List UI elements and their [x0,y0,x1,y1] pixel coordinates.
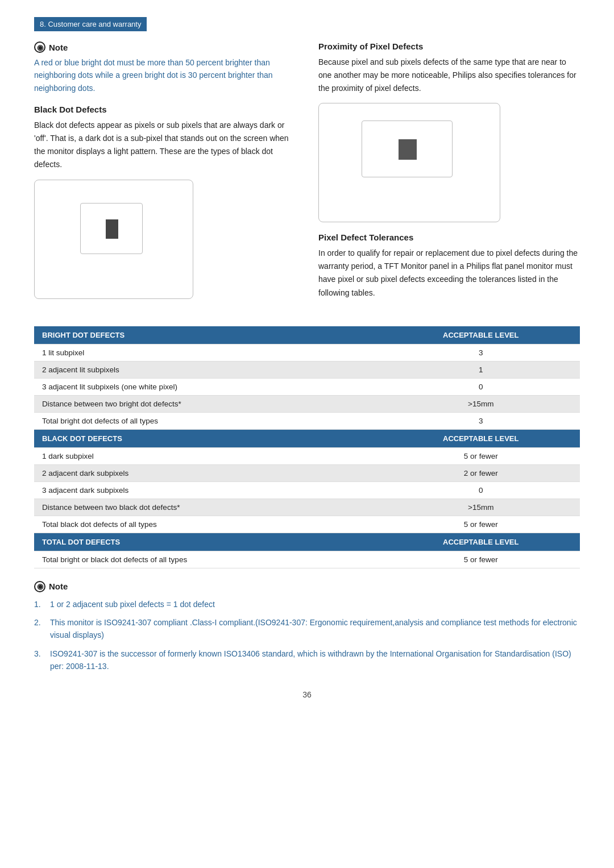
left-diagram [34,180,193,299]
list-item-text-1: 1 or 2 adjacent sub pixel defects = 1 do… [50,598,215,610]
bright-row-1-label: 1 lit subpixel [34,344,381,361]
black-row-2-label: 2 adjacent dark subpixels [34,464,381,481]
right-diagram-dot [399,139,417,160]
black-row-2-value: 2 or fewer [381,464,580,481]
table-row: 2 adjacent dark subpixels 2 or fewer [34,464,580,481]
table-row: Distance between two bright dot defects*… [34,395,580,412]
black-row-5-value: 5 or fewer [381,516,580,533]
bottom-notes-list: 1. 1 or 2 adjacent sub pixel defects = 1… [34,598,580,673]
left-diagram-dot [106,219,118,239]
list-item-num-3: 3. [34,647,45,673]
total-dot-header-label: TOTAL DOT DEFECTS [34,533,381,551]
list-item: 1. 1 or 2 adjacent sub pixel defects = 1… [34,598,580,610]
bright-dot-header-row: BRIGHT DOT DEFECTS ACCEPTABLE LEVEL [34,326,580,344]
total-dot-header-row: TOTAL DOT DEFECTS ACCEPTABLE LEVEL [34,533,580,551]
total-row-1-label: Total bright or black dot defects of all… [34,551,381,568]
list-item: 3. ISO9241-307 is the successor of forme… [34,647,580,673]
black-row-3-label: 3 adjacent dark subpixels [34,481,381,499]
black-row-1-value: 5 or fewer [381,447,580,464]
black-row-1-label: 1 dark subpixel [34,447,381,464]
bottom-notes-block: ◉ Note 1. 1 or 2 adjacent sub pixel defe… [34,581,580,673]
bright-row-1-value: 3 [381,344,580,361]
right-diagram-inner [362,121,453,177]
total-row-1-value: 5 or fewer [381,551,580,568]
bright-row-4-value: >15mm [381,395,580,412]
table-row: Total bright or black dot defects of all… [34,551,580,568]
note-icon: ◉ [34,41,45,53]
note-title-label: Note [49,43,68,52]
table-row: 3 adjacent dark subpixels 0 [34,481,580,499]
bottom-note-title-label: Note [49,582,68,591]
table-row: 1 dark subpixel 5 or fewer [34,447,580,464]
table-row: 3 adjacent lit subpixels (one white pixe… [34,378,580,395]
list-item-num-1: 1. [34,598,45,610]
black-dot-header-label: BLACK DOT DEFECTS [34,429,381,447]
black-dot-acceptable-header: ACCEPTABLE LEVEL [381,429,580,447]
bright-row-2-value: 1 [381,361,580,378]
proximity-body: Because pixel and sub pixels defects of … [318,56,580,95]
page-number: 36 [34,690,580,699]
black-dot-heading: Black Dot Defects [34,105,296,114]
black-row-4-label: Distance between two black dot defects* [34,499,381,516]
note-text: A red or blue bright dot must be more th… [34,56,296,94]
bright-row-2-label: 2 adjacent lit subpixels [34,361,381,378]
section-header: 8. Customer care and warranty [34,17,147,31]
bright-row-3-label: 3 adjacent lit subpixels (one white pixe… [34,378,381,395]
list-item-num-2: 2. [34,616,45,642]
table-row: 2 adjacent lit subpixels 1 [34,361,580,378]
pixel-tolerance-body: In order to qualify for repair or replac… [318,247,580,299]
black-row-4-value: >15mm [381,499,580,516]
bright-dot-acceptable-header: ACCEPTABLE LEVEL [381,326,580,344]
list-item-text-3: ISO9241-307 is the successor of formerly… [50,647,580,673]
bottom-note-icon: ◉ [34,581,45,592]
bright-row-5-value: 3 [381,412,580,429]
note-block-top: ◉ Note A red or blue bright dot must be … [34,41,296,94]
black-dot-body: Black dot defects appear as pixels or su… [34,119,296,171]
bright-row-3-value: 0 [381,378,580,395]
pixel-tolerance-heading: Pixel Defect Tolerances [318,232,580,242]
table-row: Total black dot defects of all types 5 o… [34,516,580,533]
total-dot-acceptable-header: ACCEPTABLE LEVEL [381,533,580,551]
black-row-3-value: 0 [381,481,580,499]
table-row: 1 lit subpixel 3 [34,344,580,361]
right-diagram [318,103,500,222]
defects-table: BRIGHT DOT DEFECTS ACCEPTABLE LEVEL 1 li… [34,326,580,568]
table-row: Distance between two black dot defects* … [34,499,580,516]
left-diagram-inner [80,203,143,254]
black-row-5-label: Total black dot defects of all types [34,516,381,533]
table-row: Total bright dot defects of all types 3 [34,412,580,429]
bright-dot-header-label: BRIGHT DOT DEFECTS [34,326,381,344]
list-item: 2. This monitor is ISO9241-307 compliant… [34,616,580,642]
black-dot-header-row: BLACK DOT DEFECTS ACCEPTABLE LEVEL [34,429,580,447]
proximity-heading: Proximity of Pixel Defects [318,41,580,51]
bright-row-5-label: Total bright dot defects of all types [34,412,381,429]
list-item-text-2: This monitor is ISO9241-307 compliant .C… [50,616,580,642]
bright-row-4-label: Distance between two bright dot defects* [34,395,381,412]
